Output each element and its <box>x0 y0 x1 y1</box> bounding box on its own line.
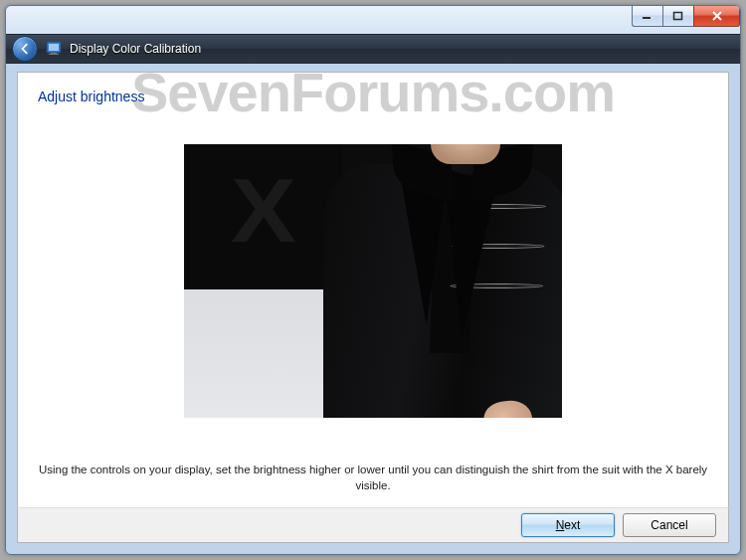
sample-figure <box>313 144 562 418</box>
app-icon <box>46 41 62 57</box>
cancel-label: Cancel <box>651 518 687 532</box>
wizard-content: Adjust brightness X Using the controls o… <box>17 72 729 508</box>
maximize-icon <box>672 11 684 21</box>
wizard-footer: Next Cancel <box>17 507 729 543</box>
svg-rect-0 <box>643 17 651 19</box>
wizard-window: Display Color Calibration Adjust brightn… <box>5 5 741 555</box>
sample-x-mark: X <box>231 166 296 256</box>
titlebar <box>6 6 740 34</box>
window-controls <box>632 6 740 27</box>
close-icon <box>711 11 723 21</box>
navbar: Display Color Calibration <box>6 34 740 64</box>
instruction-text: Using the controls on your display, set … <box>18 462 728 493</box>
maximize-button[interactable] <box>662 6 693 27</box>
close-button[interactable] <box>693 6 740 27</box>
svg-rect-1 <box>674 13 682 20</box>
back-button[interactable] <box>12 36 38 62</box>
cancel-button[interactable]: Cancel <box>623 513 716 537</box>
window-title: Display Color Calibration <box>70 42 201 56</box>
sample-area: X <box>18 144 728 418</box>
minimize-button[interactable] <box>632 6 662 27</box>
svg-rect-6 <box>51 53 57 54</box>
minimize-icon <box>642 11 653 21</box>
svg-rect-7 <box>49 54 59 55</box>
page-heading: Adjust brightness <box>18 73 728 114</box>
brightness-sample-image: X <box>184 144 562 418</box>
next-button[interactable]: Next <box>521 513 615 537</box>
svg-rect-5 <box>49 44 59 51</box>
back-arrow-icon <box>18 42 32 56</box>
next-label-rest: ext <box>564 518 580 532</box>
